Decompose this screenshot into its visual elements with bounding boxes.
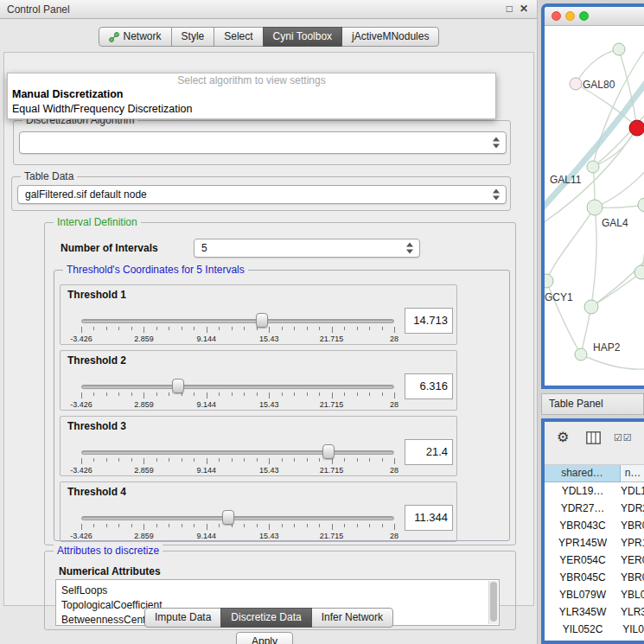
slider-minor-tick <box>369 458 370 462</box>
table-panel-window: ⚙ ☑☑ shared… n… YDL19…YDL1YDR27…YDR2YBR0… <box>541 418 644 644</box>
table-panel-titlebar: Table Panel <box>541 393 644 415</box>
table-row[interactable]: YDR27…YDR2 <box>545 500 644 517</box>
column-header[interactable]: shared… <box>545 465 621 482</box>
table-row[interactable]: YBR043CYBR0 <box>545 517 644 534</box>
tick-label: 9.144 <box>189 466 224 475</box>
slider-minor-tick <box>182 458 182 462</box>
network-edge[interactable] <box>591 252 644 307</box>
slider-minor-tick <box>244 524 245 527</box>
tab-select[interactable]: Select <box>214 27 263 47</box>
algorithm-combobox[interactable] <box>19 131 507 154</box>
table-row[interactable]: YBR045CYBR0 <box>545 569 644 586</box>
threshold-1-slider[interactable]: -3.4262.8599.14415.4321.71528 <box>81 313 394 344</box>
slider-minor-tick <box>319 458 320 462</box>
tab-jactivemnodules[interactable]: jActiveMNodules <box>341 27 439 47</box>
network-edge[interactable] <box>595 163 644 207</box>
columns-icon[interactable] <box>586 431 601 444</box>
tab-network[interactable]: Network <box>99 27 172 47</box>
slider-minor-tick <box>307 392 308 396</box>
slider-minor-tick <box>294 524 295 527</box>
float-window-icon[interactable]: □ <box>507 3 513 15</box>
slider-minor-tick <box>244 327 245 330</box>
table-cell: YIL052C <box>545 621 621 638</box>
network-node[interactable] <box>575 348 587 360</box>
dropdown-option-equal-width-frequency[interactable]: Equal Width/Frequency Discretization <box>8 102 495 117</box>
group-title: Interval Definition <box>54 216 141 228</box>
slider-minor-tick <box>369 327 370 330</box>
gear-icon[interactable]: ⚙ <box>557 429 569 445</box>
network-node[interactable] <box>634 265 644 279</box>
dropdown-option-manual-discretization[interactable]: Manual Discretization <box>8 87 495 102</box>
tick-label: 28 <box>377 466 411 475</box>
slider-minor-tick <box>169 327 169 330</box>
slider-minor-tick <box>194 392 194 396</box>
select-columns-icon[interactable]: ☑☑ <box>614 432 633 443</box>
table-data-combobox[interactable]: galFiltered.sif default node <box>17 185 507 204</box>
table-row[interactable]: YER054CYER0 <box>545 552 644 569</box>
group-title: Threshold's Coordinates for 5 Intervals <box>63 264 248 276</box>
slider-minor-tick <box>294 458 295 462</box>
slider-major-tick <box>269 327 270 333</box>
top-tab-bar: Network Style Select Cyni Toolbox jActiv… <box>0 27 538 47</box>
tab-discretize-data[interactable]: Discretize Data <box>220 608 311 628</box>
minimize-traffic-light-icon[interactable] <box>565 11 575 21</box>
tick-label: 2.859 <box>126 335 161 343</box>
tab-cyni-toolbox[interactable]: Cyni Toolbox <box>263 27 342 47</box>
tab-infer-network[interactable]: Infer Network <box>311 608 393 628</box>
slider-track <box>81 516 394 520</box>
network-node[interactable] <box>638 198 644 212</box>
network-edge[interactable] <box>593 40 644 167</box>
threshold-value-field[interactable]: 21.4 <box>405 439 453 465</box>
tick-label: 15.43 <box>252 400 286 409</box>
number-of-intervals-combobox[interactable]: 5 <box>194 239 420 258</box>
slider-major-tick <box>269 458 270 464</box>
table-cell: YER0 <box>621 552 644 569</box>
slider-minor-tick <box>369 392 370 396</box>
threshold-value-field[interactable]: 11.344 <box>405 505 453 531</box>
slider-minor-tick <box>344 327 345 330</box>
slider-thumb[interactable] <box>222 510 234 525</box>
network-node[interactable] <box>587 200 603 215</box>
network-node[interactable] <box>570 78 582 90</box>
slider-thumb[interactable] <box>172 379 184 393</box>
combo-stepper-icon <box>406 243 414 254</box>
network-edge[interactable] <box>581 354 644 369</box>
tick-label: 9.144 <box>189 532 224 540</box>
slider-minor-tick <box>282 458 283 462</box>
threshold-value-field[interactable]: 6.316 <box>405 373 453 399</box>
threshold-3-slider[interactable]: -3.4262.8599.14415.4321.71528 <box>81 444 394 475</box>
network-node[interactable] <box>587 161 599 173</box>
table-row[interactable]: YDL19…YDL1 <box>545 482 644 500</box>
zoom-traffic-light-icon[interactable] <box>579 11 589 21</box>
close-icon[interactable]: ✕ <box>520 3 528 15</box>
table-row[interactable]: YPR145WYPR1 <box>545 534 644 552</box>
network-edge[interactable] <box>591 207 596 307</box>
threshold-value-field[interactable]: 14.713 <box>405 308 453 334</box>
list-item[interactable]: SelfLoops <box>61 583 487 598</box>
slider-thumb[interactable] <box>322 444 335 459</box>
slider-minor-tick <box>307 458 308 462</box>
tick-label: 28 <box>377 335 411 343</box>
network-canvas[interactable]: GAL80GAL11GAL4GCY1HAP2 <box>545 26 644 386</box>
close-traffic-light-icon[interactable] <box>552 11 561 21</box>
slider-thumb[interactable] <box>256 313 268 328</box>
column-header[interactable]: n… <box>621 465 644 482</box>
network-node-label: GAL4 <box>602 217 628 229</box>
slider-major-tick <box>81 458 82 464</box>
threshold-2-slider[interactable]: -3.4262.8599.14415.4321.71528 <box>81 379 394 410</box>
table-row[interactable]: YIL052CYIL0 <box>545 621 644 638</box>
network-node[interactable] <box>584 300 598 314</box>
tab-impute-data[interactable]: Impute Data <box>144 608 221 628</box>
network-node[interactable] <box>629 120 644 136</box>
network-edge[interactable] <box>546 207 595 281</box>
slider-major-tick <box>269 392 270 399</box>
slider-minor-tick <box>382 524 383 527</box>
tab-style[interactable]: Style <box>171 27 215 47</box>
network-node[interactable] <box>613 43 625 55</box>
tick-label: -3.426 <box>64 466 99 475</box>
network-node[interactable] <box>545 274 553 288</box>
table-row[interactable]: YBL079WYBL0 <box>545 586 644 603</box>
threshold-4-slider[interactable]: -3.4262.8599.14415.4321.71528 <box>81 510 394 541</box>
table-row[interactable]: YLR345WYLR3 <box>545 603 644 621</box>
apply-button[interactable]: Apply <box>236 632 293 644</box>
